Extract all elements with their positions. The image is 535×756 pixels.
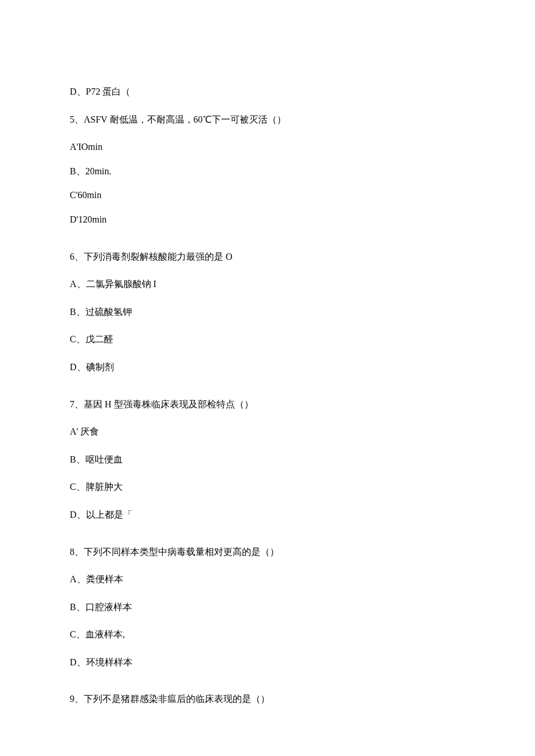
text-line: C、脾脏肿大 (70, 479, 465, 495)
text-line: A、粪便样本 (70, 572, 465, 587)
text-line: A、二氯异氟腺酸钠 I (70, 277, 465, 292)
text-line: B、过硫酸氢钾 (70, 304, 465, 320)
text-line: A'IOmin (70, 139, 465, 155)
text-line: 5、ASFV 耐低温，不耐高温，60℃下一可被灭活（） (70, 112, 465, 127)
text-line: 9、下列不是猪群感染非瘟后的临床表现的是（） (70, 691, 465, 707)
text-line: D、碘制剂 (70, 360, 465, 375)
text-line: C、血液样本, (70, 627, 465, 642)
text-line: B、口腔液样本 (70, 600, 465, 615)
text-line: C'60min (70, 188, 465, 203)
text-line: 6、下列消毒剂裂解核酸能力最强的是 O (70, 249, 465, 264)
text-line: B、呕吐便血 (70, 452, 465, 467)
text-line: D、环境样样本 (70, 655, 465, 670)
document-body: D、P72 蛋白（5、ASFV 耐低温，不耐高温，60℃下一可被灭活（）A'IO… (70, 84, 465, 707)
text-line: 8、下列不同样本类型中病毒载量相对更高的是（） (70, 544, 465, 560)
text-line: A' 厌食 (70, 424, 465, 439)
text-line: 7、基因 H 型强毒株临床表现及部检特点（） (70, 397, 465, 412)
text-line: B、20min. (70, 164, 465, 179)
document-page: D、P72 蛋白（5、ASFV 耐低温，不耐高温，60℃下一可被灭活（）A'IO… (0, 0, 535, 756)
text-line: D'120min (70, 212, 465, 227)
text-line: C、戊二醛 (70, 332, 465, 347)
text-line: D、以上都是「 (70, 507, 465, 522)
text-line: D、P72 蛋白（ (70, 84, 465, 99)
